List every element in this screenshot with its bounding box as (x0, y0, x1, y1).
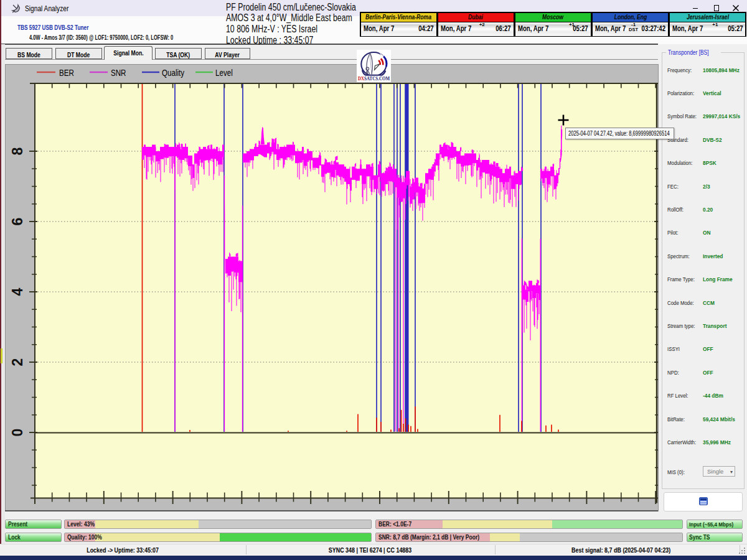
svg-text:BER: BER (59, 67, 74, 78)
svg-text:Level: Level (215, 67, 233, 78)
svg-text:SNR: SNR (111, 67, 126, 78)
svg-text:2: 2 (9, 358, 26, 366)
svg-text:8: 8 (9, 147, 26, 155)
svg-text:Quality: Quality (162, 67, 184, 78)
svg-text:6: 6 (9, 218, 26, 226)
svg-text:0: 0 (9, 429, 26, 437)
svg-text:DXSATCS.COM: DXSATCS.COM (358, 75, 390, 82)
svg-text:4: 4 (9, 287, 26, 296)
